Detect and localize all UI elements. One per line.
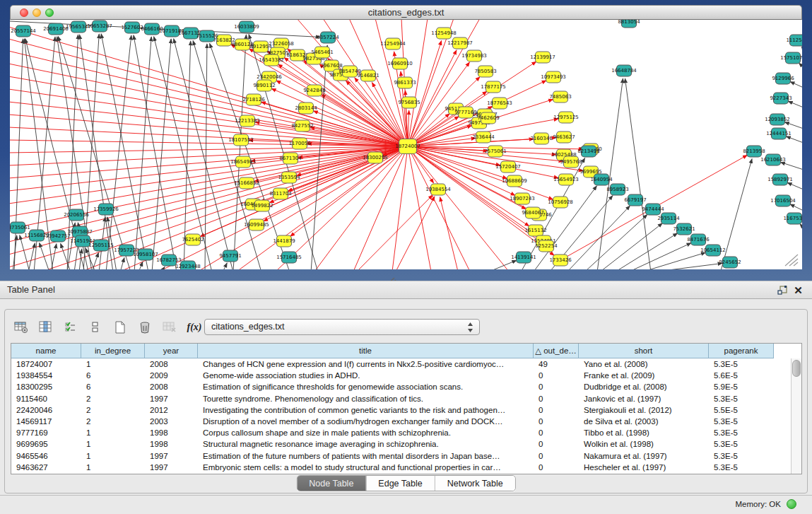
table-cell[interactable]: de Silva et al. (2003) — [579, 416, 709, 427]
graph-node[interactable]: 1527602 — [121, 22, 143, 33]
select-columns-icon[interactable] — [61, 318, 80, 337]
graph-node[interactable]: 20691406 — [43, 23, 69, 35]
minimize-button[interactable] — [33, 8, 41, 17]
graph-node[interactable]: 15751074 — [780, 52, 802, 64]
table-cell[interactable]: 1 — [81, 358, 145, 370]
graph-node[interactable]: 9463627 — [553, 132, 575, 143]
table-cell[interactable]: 0 — [534, 393, 579, 404]
graph-node[interactable]: 1353594 — [278, 172, 300, 183]
table-cell[interactable]: Tourette syndrome. Phenomenology and cla… — [198, 393, 534, 404]
table-row[interactable]: 1872400712008Changes of HCN gene express… — [11, 358, 791, 370]
graph-node[interactable]: 2718126 — [242, 94, 265, 105]
table-cell[interactable]: 5.3E-5 — [709, 438, 774, 450]
graph-node[interactable]: 7625402 — [182, 234, 204, 245]
graph-edge[interactable] — [790, 204, 802, 211]
table-cell[interactable]: 2008 — [145, 381, 198, 392]
table-cell[interactable]: 22420046 — [11, 404, 81, 416]
graph-node[interactable]: 10654112 — [700, 245, 726, 256]
graph-node[interactable]: 20557144 — [11, 25, 36, 37]
graph-node[interactable]: 2935114 — [657, 213, 680, 224]
table-cell[interactable]: Estimation of significance thresholds fo… — [198, 381, 534, 392]
table-cell[interactable]: Embryonic stem cells: a model to study s… — [198, 462, 534, 473]
graph-edge[interactable] — [223, 263, 227, 269]
graph-edge[interactable] — [787, 182, 802, 189]
graph-node[interactable]: 6679197 — [624, 194, 646, 206]
table-cell[interactable]: 9777169 — [11, 427, 81, 438]
table-cell[interactable]: Jankovic et al. (1997) — [579, 393, 709, 404]
graph-node[interactable]: 18735061 — [10, 222, 30, 233]
graph-node[interactable]: 17877175 — [481, 81, 506, 93]
graph-edge[interactable] — [801, 47, 802, 49]
window-resize-grip[interactable] — [781, 253, 799, 267]
function-builder-icon[interactable]: f(x) — [185, 318, 204, 337]
graph-node[interactable]: 20206556 — [64, 209, 89, 221]
table-cell[interactable]: 1 — [81, 438, 145, 450]
graph-node[interactable]: 11254948 — [431, 28, 457, 39]
table-cell[interactable]: 1998 — [145, 427, 198, 438]
table-cell[interactable]: 0 — [534, 462, 579, 473]
graph-edge[interactable] — [357, 195, 433, 269]
graph-node[interactable]: 17016504 — [770, 195, 796, 206]
close-button[interactable] — [20, 8, 28, 17]
graph-node[interactable]: 11254944 — [380, 38, 406, 49]
graph-edge[interactable] — [10, 140, 408, 146]
graph-node[interactable]: 16210643 — [760, 154, 786, 165]
graph-edge[interactable] — [799, 63, 802, 67]
graph-node[interactable]: 12139917 — [530, 52, 555, 63]
table-row[interactable]: 1830029562008Estimation of significance … — [11, 381, 791, 392]
graph-edge[interactable] — [152, 39, 171, 269]
graph-node[interactable]: 7485063 — [549, 91, 571, 103]
graph-node[interactable]: 18724007 — [395, 139, 420, 154]
table-cell[interactable]: 14569117 — [11, 416, 81, 427]
graph-node[interactable]: 9227343 — [770, 93, 792, 104]
tab-network-table[interactable]: Network Table — [435, 476, 515, 491]
graph-node[interactable]: 16960910 — [387, 58, 413, 69]
graph-node[interactable]: 1112544 — [786, 35, 802, 46]
graph-edge[interactable] — [625, 78, 651, 269]
scrollbar-thumb[interactable] — [792, 360, 801, 377]
table-cell[interactable]: 5.3E-5 — [709, 462, 774, 473]
table-cell[interactable]: 0 — [534, 438, 579, 450]
table-cell[interactable]: 1 — [81, 450, 145, 462]
graph-edge[interactable] — [10, 146, 408, 242]
graph-edge[interactable] — [233, 35, 246, 269]
graph-node[interactable]: 8311704 — [269, 188, 292, 199]
graph-edge[interactable] — [205, 44, 207, 269]
graph-node[interactable]: 19734983 — [461, 50, 487, 62]
graph-edge[interactable] — [353, 146, 408, 269]
graph-edge[interactable] — [10, 51, 408, 146]
graph-edge[interactable] — [408, 146, 470, 269]
table-cell[interactable]: 9699695 — [11, 438, 81, 450]
table-cell[interactable]: 2009 — [145, 370, 198, 381]
table-row[interactable]: 911546021997Tourette syndrome. Phenomeno… — [11, 393, 791, 404]
table-cell[interactable]: 1997 — [145, 450, 198, 462]
graph-node[interactable]: 9129966 — [772, 73, 794, 84]
table-cell[interactable]: 9463627 — [11, 462, 81, 473]
table-cell[interactable]: 19384554 — [11, 370, 81, 381]
table-cell[interactable]: Investigating the contribution of common… — [198, 404, 534, 416]
graph-node[interactable]: 9756835 — [398, 97, 420, 108]
graph-edge[interactable] — [780, 162, 802, 170]
table-cell[interactable]: 0 — [534, 381, 579, 392]
graph-edge[interactable] — [10, 146, 408, 216]
graph-node[interactable]: 12093852 — [765, 114, 790, 125]
table-cell[interactable]: 9115460 — [11, 393, 81, 404]
graph-edge[interactable] — [10, 146, 408, 204]
graph-node[interactable]: 10688609 — [502, 175, 527, 187]
table-cell[interactable]: Dudbridge et al. (2008) — [579, 381, 709, 392]
graph-node[interactable]: 1167533 — [783, 213, 802, 224]
graph-edge[interactable] — [134, 37, 151, 269]
table-cell[interactable]: 1998 — [145, 438, 198, 450]
table-cell[interactable]: 0 — [534, 404, 579, 416]
table-cell[interactable]: 18724007 — [11, 358, 81, 370]
table-cell[interactable]: 0 — [534, 450, 579, 462]
table-cell[interactable]: 5.6E-5 — [709, 370, 774, 381]
graph-node[interactable]: 8471676 — [687, 234, 710, 245]
graph-edge[interactable] — [154, 37, 212, 269]
graph-node[interactable]: 9242848 — [303, 85, 325, 96]
memory-status-icon[interactable] — [787, 499, 796, 509]
table-cell[interactable]: 1997 — [145, 393, 198, 404]
graph-node[interactable]: 9457791 — [219, 250, 241, 262]
network-canvas[interactable]: 1872400771638228860128891295423226058982… — [10, 20, 802, 269]
table-cell[interactable]: 2 — [81, 393, 145, 404]
